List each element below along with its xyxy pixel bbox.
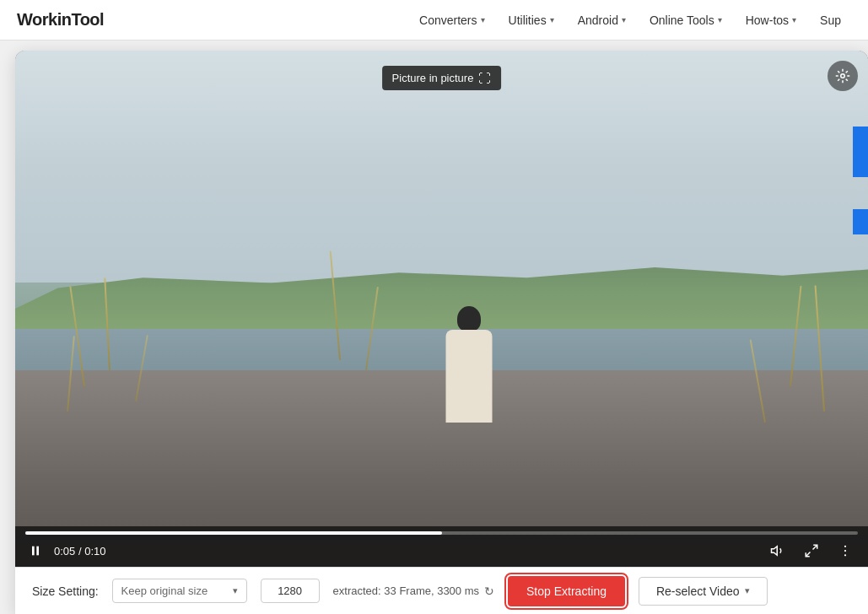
nav-android[interactable]: Android ▾: [568, 8, 636, 32]
video-topright-button[interactable]: [828, 61, 858, 91]
navbar-links: Converters ▾ Utilities ▾ Android ▾ Onlin…: [409, 8, 851, 32]
time-display: 0:05 / 0:10: [54, 545, 105, 557]
svg-line-4: [813, 545, 817, 549]
pip-tooltip: Picture in picture ⛶: [382, 66, 502, 90]
nav-how-tos[interactable]: How-tos ▾: [736, 8, 806, 32]
pip-label: Picture in picture: [392, 72, 474, 84]
size-setting-label: Size Setting:: [32, 584, 99, 598]
progress-bar[interactable]: [25, 531, 858, 535]
svg-marker-3: [772, 547, 778, 556]
svg-rect-1: [32, 547, 35, 556]
nav-utilities[interactable]: Utilities ▾: [499, 8, 564, 32]
video-modal: Picture in picture ⛶: [15, 51, 868, 614]
bottom-bar: Size Setting: Keep original size ▾ extra…: [15, 567, 868, 614]
size-dropdown[interactable]: Keep original size ▾: [112, 579, 247, 603]
progress-bar-fill: [25, 531, 442, 535]
side-button-top[interactable]: [853, 127, 868, 177]
pip-icon: ⛶: [478, 71, 491, 85]
person-body: [445, 330, 492, 423]
person-figure: [435, 304, 503, 423]
nav-sup[interactable]: Sup: [810, 8, 851, 32]
person-head: [457, 306, 481, 331]
svg-point-7: [844, 550, 846, 552]
nav-converters[interactable]: Converters ▾: [409, 8, 494, 32]
size-input[interactable]: [261, 579, 320, 603]
refresh-icon[interactable]: ↻: [484, 584, 494, 598]
more-options-button[interactable]: [833, 541, 858, 560]
video-controls: 0:05 / 0:10: [15, 526, 868, 567]
side-button-bottom[interactable]: [853, 209, 868, 234]
stop-extracting-button[interactable]: Stop Extracting: [508, 576, 625, 606]
video-scene: [15, 51, 868, 567]
chevron-down-icon: ▾: [745, 585, 750, 596]
reselect-video-button[interactable]: Re-select Video ▾: [639, 577, 768, 606]
navbar: WorkinTool Converters ▾ Utilities ▾ Andr…: [0, 0, 868, 40]
svg-point-8: [844, 554, 846, 556]
chevron-down-icon: ▾: [550, 15, 554, 24]
size-dropdown-value: Keep original size: [121, 584, 208, 597]
chevron-down-icon: ▾: [718, 15, 722, 24]
chevron-down-icon: ▾: [233, 585, 238, 596]
chevron-down-icon: ▾: [622, 15, 626, 24]
video-container[interactable]: Picture in picture ⛶: [15, 51, 868, 567]
svg-line-5: [806, 552, 810, 557]
chevron-down-icon: ▾: [481, 15, 485, 24]
fullscreen-button[interactable]: [799, 541, 824, 560]
play-pause-button[interactable]: [25, 542, 46, 559]
svg-rect-2: [36, 547, 39, 556]
chevron-down-icon: ▾: [792, 15, 796, 24]
volume-button[interactable]: [765, 541, 790, 560]
extracted-info: extracted: 33 Frame, 3300 ms ↻: [333, 584, 494, 598]
nav-online-tools[interactable]: Online Tools ▾: [639, 8, 732, 32]
site-logo[interactable]: WorkinTool: [17, 10, 104, 30]
controls-row: 0:05 / 0:10: [25, 541, 858, 560]
svg-point-6: [844, 546, 846, 547]
svg-point-0: [841, 74, 845, 78]
